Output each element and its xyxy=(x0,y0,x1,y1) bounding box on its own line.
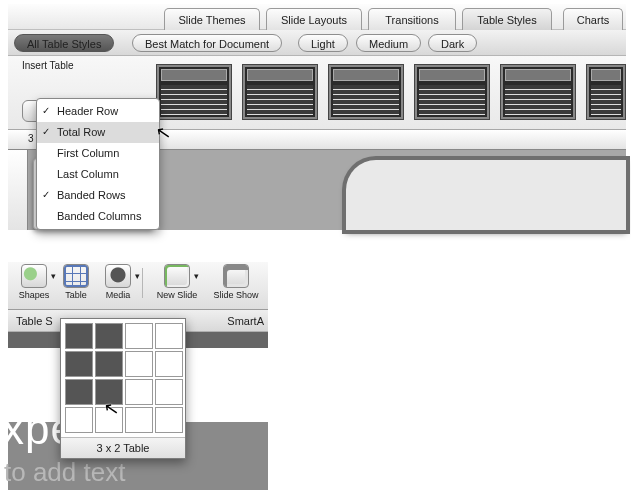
table-size-cell[interactable] xyxy=(125,379,153,405)
slide-preview[interactable] xyxy=(346,160,626,230)
ribbon-tab-row: Slide Themes Slide Layouts Transitions T… xyxy=(8,4,626,30)
placeholder-body-fragment: to add text xyxy=(4,457,125,488)
menu-item-label: Total Row xyxy=(57,126,105,138)
menu-item-header-row[interactable]: ✓ Header Row xyxy=(37,101,159,122)
subbar-left-label: Table S xyxy=(16,315,53,327)
menu-item-banded-columns[interactable]: Banded Columns xyxy=(37,206,159,227)
menu-item-label: Banded Columns xyxy=(57,210,141,222)
shapes-icon xyxy=(21,264,47,288)
table-size-cell[interactable] xyxy=(125,351,153,377)
table-size-cell[interactable] xyxy=(65,407,93,433)
toolbar-label: Table xyxy=(58,290,94,300)
table-size-cell[interactable] xyxy=(155,351,183,377)
table-size-cell[interactable] xyxy=(65,323,93,349)
menu-item-label: First Column xyxy=(57,147,119,159)
tab-slide-layouts[interactable]: Slide Layouts xyxy=(266,8,362,30)
toolbar-label: Media xyxy=(96,290,140,300)
table-size-cell[interactable] xyxy=(95,323,123,349)
menu-item-label: Header Row xyxy=(57,105,118,117)
table-size-label: 3 x 2 Table xyxy=(61,437,185,458)
pill-label: Dark xyxy=(441,38,464,50)
pill-light[interactable]: Light xyxy=(298,34,348,52)
table-style-thumb[interactable] xyxy=(242,64,318,120)
tab-label: Charts xyxy=(577,14,609,26)
pill-label: Medium xyxy=(369,38,408,50)
menu-item-total-row[interactable]: ✓ Total Row xyxy=(37,122,159,143)
ruler-number: 3 xyxy=(28,133,34,144)
check-icon: ✓ xyxy=(42,103,50,118)
table-button[interactable]: Table xyxy=(58,264,94,304)
media-icon xyxy=(105,264,131,288)
pill-best-match[interactable]: Best Match for Document xyxy=(132,34,282,52)
toolbar-separator xyxy=(142,268,143,298)
pill-label: All Table Styles xyxy=(27,38,101,50)
new-slide-icon xyxy=(164,264,190,288)
tab-table-styles[interactable]: Table Styles xyxy=(462,8,552,30)
vertical-ruler xyxy=(8,150,28,230)
table-size-cell[interactable] xyxy=(95,351,123,377)
check-icon: ✓ xyxy=(42,124,50,139)
tab-label: Table Styles xyxy=(477,14,536,26)
options-menu: ✓ Header Row ✓ Total Row First Column La… xyxy=(36,98,160,230)
tab-label: Slide Layouts xyxy=(281,14,347,26)
menu-item-label: Banded Rows xyxy=(57,189,126,201)
pill-medium[interactable]: Medium xyxy=(356,34,421,52)
table-size-cell[interactable] xyxy=(65,379,93,405)
media-button[interactable]: Media xyxy=(96,264,140,304)
menu-item-label: Last Column xyxy=(57,168,119,180)
table-size-cell[interactable] xyxy=(155,379,183,405)
subbar-right-label: SmartA xyxy=(227,310,264,332)
toolbar-label: New Slide xyxy=(150,290,204,300)
table-size-cell[interactable] xyxy=(155,407,183,433)
pill-dark[interactable]: Dark xyxy=(428,34,477,52)
tab-slide-themes[interactable]: Slide Themes xyxy=(164,8,260,30)
slide-show-button[interactable]: Slide Show xyxy=(208,264,264,304)
tab-label: Slide Themes xyxy=(178,14,245,26)
toolbar-label: Slide Show xyxy=(208,290,264,300)
table-styles-ribbon: Slide Themes Slide Layouts Transitions T… xyxy=(8,4,626,229)
slide-show-icon xyxy=(223,264,249,288)
toolbar-label: Shapes xyxy=(12,290,56,300)
new-slide-button[interactable]: New Slide xyxy=(150,264,204,304)
menu-item-first-column[interactable]: First Column xyxy=(37,143,159,164)
pill-all-table-styles[interactable]: All Table Styles xyxy=(14,34,114,52)
menu-item-last-column[interactable]: Last Column xyxy=(37,164,159,185)
table-icon xyxy=(63,264,89,288)
table-size-grid[interactable] xyxy=(61,319,185,437)
tab-label: Transitions xyxy=(385,14,438,26)
table-style-thumb[interactable] xyxy=(328,64,404,120)
shapes-button[interactable]: Shapes xyxy=(12,264,56,304)
table-size-cell[interactable] xyxy=(125,407,153,433)
tab-charts[interactable]: Charts xyxy=(563,8,623,30)
style-filter-row: All Table Styles Best Match for Document… xyxy=(8,30,626,56)
table-size-cell[interactable] xyxy=(125,323,153,349)
table-size-picker: 3 x 2 Table xyxy=(60,318,186,459)
table-style-thumb[interactable] xyxy=(500,64,576,120)
table-insert-toolbar-area: Shapes Table Media New Slide Slide Show … xyxy=(8,262,268,490)
insert-table-label: Insert Table xyxy=(22,60,74,71)
menu-item-banded-rows[interactable]: ✓ Banded Rows xyxy=(37,185,159,206)
check-icon: ✓ xyxy=(42,187,50,202)
table-size-cell[interactable] xyxy=(155,323,183,349)
table-size-cell[interactable] xyxy=(65,351,93,377)
tab-transitions[interactable]: Transitions xyxy=(368,8,456,30)
pill-label: Best Match for Document xyxy=(145,38,269,50)
pill-label: Light xyxy=(311,38,335,50)
table-style-thumb[interactable] xyxy=(586,64,626,120)
main-toolbar: Shapes Table Media New Slide Slide Show xyxy=(8,262,268,310)
table-style-thumb[interactable] xyxy=(414,64,490,120)
table-style-thumb[interactable] xyxy=(156,64,232,120)
